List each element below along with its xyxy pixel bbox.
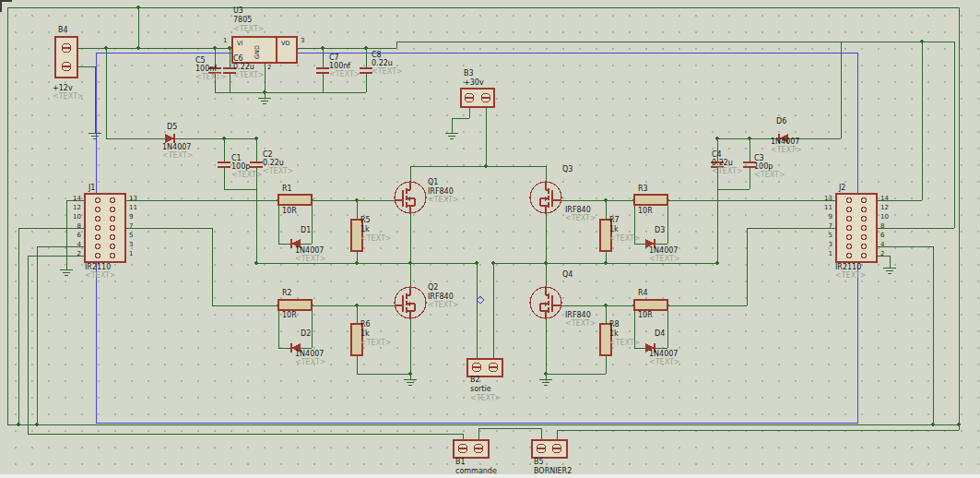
b1-ref-label: B1: [455, 459, 466, 467]
j1-pin-3: 3: [129, 242, 133, 248]
mosfet-q1[interactable]: [395, 182, 426, 213]
c5-text-label: <TEXT>: [195, 74, 227, 82]
d4-text-label: <TEXT>: [649, 359, 680, 367]
d5-ref-label: D5: [167, 124, 177, 132]
j2-pin-2: 2: [880, 251, 884, 257]
r4-ref-label: R4: [638, 290, 648, 298]
j1-pin-10: 10: [66, 214, 81, 221]
j2-pin-7: 7: [818, 223, 832, 230]
r6-ref-label: R6: [360, 321, 371, 329]
r8-text-label: <TEXT>: [609, 340, 641, 348]
q4-text-label: <TEXT>: [565, 320, 596, 329]
q2-text-label: <TEXT>: [428, 302, 459, 310]
terminal-b1[interactable]: [454, 440, 489, 458]
capacitor-c1[interactable]: [218, 162, 230, 167]
terminal-b2[interactable]: [467, 359, 502, 376]
u3-value-label: 7805: [233, 17, 252, 25]
j1-pin-14: 14: [66, 196, 81, 202]
r6-text-label: <TEXT>: [360, 340, 392, 348]
r5-ref-label: R5: [360, 217, 371, 225]
j2-pin-5: 5: [818, 233, 832, 239]
terminal-b5[interactable]: [532, 440, 567, 458]
r3-value-label: 10R: [638, 208, 653, 216]
resistor-r2[interactable]: [278, 300, 312, 310]
j1-pin-11: 11: [129, 205, 137, 211]
ground-symbols[interactable]: [60, 92, 896, 385]
j2-pin-10: 10: [880, 214, 889, 221]
mosfet-q2[interactable]: [395, 287, 426, 318]
c7-text-label: <TEXT>: [329, 71, 360, 79]
r5-text-label: <TEXT>: [360, 235, 392, 244]
d1-text-label: <TEXT>: [295, 256, 326, 264]
j2-pin-1: 1: [818, 251, 832, 257]
r1-value-label: 10R: [282, 208, 297, 216]
c3-text-label: <TEXT>: [754, 172, 785, 180]
c4-text-label: <TEXT>: [712, 168, 743, 176]
d5-text-label: <TEXT>: [162, 152, 194, 161]
r8-value-label: 1k: [609, 330, 619, 339]
resistor-r4[interactable]: [634, 300, 667, 310]
c6-text-label: <TEXT>: [233, 72, 265, 80]
u3-pin-3: 3: [301, 38, 304, 44]
r8-ref-label: R8: [609, 321, 620, 329]
u3-pin-gnd-label: GND: [254, 45, 261, 59]
c1-text-label: <TEXT>: [231, 172, 263, 180]
terminal-b3[interactable]: [461, 89, 494, 107]
d3-ref-label: D3: [655, 227, 665, 235]
j2-pin-8: 8: [880, 223, 884, 230]
b5-ref-label: B5: [534, 459, 544, 467]
j1-pin-8: 8: [66, 223, 81, 230]
j1-pin-13: 13: [129, 196, 137, 202]
j1-ref-label: J1: [89, 185, 95, 193]
r1-ref-label: R1: [282, 185, 292, 194]
j2-pin-14: 14: [880, 196, 889, 202]
resistor-r3[interactable]: [634, 195, 667, 205]
j2-pin-12: 12: [880, 205, 889, 211]
r4-value-label: 10R: [638, 312, 653, 320]
q4-ref-label: Q4: [562, 271, 573, 280]
mosfet-q3[interactable]: [530, 182, 561, 213]
j2-pin-3: 3: [818, 242, 832, 248]
b3-ref-label: B3: [464, 70, 474, 78]
sheet-corner-mark: [0, 0, 12, 12]
resistor-r1[interactable]: [278, 195, 312, 205]
j1-pin-7: 7: [129, 223, 133, 230]
j2-text-label: <TEXT>: [835, 272, 867, 281]
j2-pin-13: 13: [818, 196, 832, 202]
capacitor-c7[interactable]: [316, 68, 329, 73]
capacitor-c2[interactable]: [250, 162, 263, 167]
j1-pin-4: 4: [66, 242, 81, 248]
j1-pin-12: 12: [66, 205, 81, 211]
c2-text-label: <TEXT>: [263, 168, 294, 176]
d4-ref-label: D4: [655, 330, 665, 339]
mosfet-q4[interactable]: [530, 287, 561, 318]
b4-ref-label: B4: [58, 27, 68, 35]
d1-ref-label: D1: [301, 227, 311, 235]
r7-text-label: <TEXT>: [609, 235, 641, 244]
d2-text-label: <TEXT>: [295, 359, 326, 367]
j1-pin-5: 5: [129, 233, 133, 239]
b4-text-label: <TEXT>: [53, 93, 84, 102]
terminal-b4[interactable]: [55, 37, 77, 78]
q2-ref-label: Q2: [428, 284, 438, 293]
b2-ref-label: B2: [470, 376, 480, 385]
d3-text-label: <TEXT>: [649, 256, 680, 264]
r6-value-label: 1k: [360, 330, 370, 339]
u3-text-label: <TEXT>: [233, 26, 265, 34]
connector-j2[interactable]: [836, 194, 877, 262]
d2-ref-label: D2: [301, 330, 311, 339]
j1-pin-6: 6: [66, 233, 81, 239]
c8-text-label: <TEXT>: [372, 68, 403, 77]
u3-pin-1: 1: [223, 38, 227, 44]
diode-d5[interactable]: [165, 134, 174, 143]
r5-value-label: 1k: [360, 226, 370, 234]
b3-value-label: +30v: [464, 79, 484, 88]
b2-text-label: <TEXT>: [470, 395, 502, 403]
d6-ref-label: D6: [776, 118, 786, 126]
capacitor-c8[interactable]: [360, 68, 372, 73]
r3-ref-label: R3: [638, 185, 648, 194]
r7-value-label: 1k: [609, 226, 619, 234]
sheet-edge: [0, 474, 980, 478]
r2-ref-label: R2: [282, 290, 292, 298]
connector-j1[interactable]: [85, 194, 125, 262]
